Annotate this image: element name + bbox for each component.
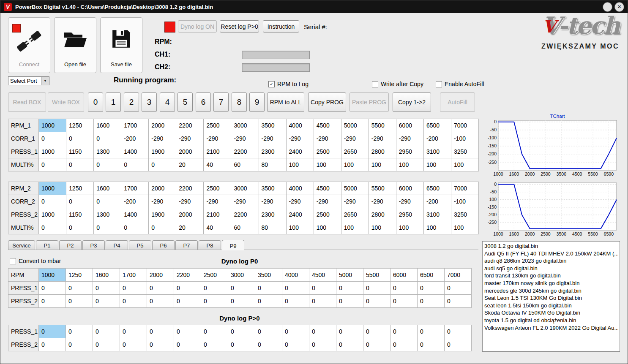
close-button[interactable]: ✕ — [614, 2, 624, 12]
table-cell[interactable]: 1000 — [39, 119, 66, 132]
file-item[interactable]: toyota 1.5 go digital od obciążenia.bin — [484, 317, 618, 324]
table-cell[interactable]: 0 — [39, 221, 66, 234]
tab-p5[interactable]: P5 — [129, 240, 151, 250]
tab-service[interactable]: Service — [8, 240, 35, 250]
select-port-dropdown[interactable]: Select Port ▼ — [8, 76, 49, 85]
tab-p6[interactable]: P6 — [152, 240, 175, 250]
table-cell[interactable]: -200 — [424, 195, 451, 208]
table-cell[interactable]: 2400 — [287, 208, 314, 221]
table-cell[interactable]: 2000 — [176, 208, 204, 221]
table-cell[interactable]: 0 — [228, 325, 255, 338]
table-cell[interactable]: 0 — [66, 221, 94, 234]
table-cell[interactable]: 2200 — [174, 269, 201, 282]
table-cell[interactable]: 3100 — [424, 208, 451, 221]
table-cell[interactable]: -290 — [314, 195, 341, 208]
table-cell[interactable]: 0 — [418, 295, 445, 308]
enable-autofill-checkbox[interactable]: Enable AutoFill — [436, 81, 484, 87]
table-cell[interactable]: 0 — [228, 295, 255, 308]
table-cell[interactable]: 0 — [390, 338, 418, 351]
tab-p2[interactable]: P2 — [59, 240, 82, 250]
file-item[interactable]: master 170km nowy silnik go digital.bin — [484, 280, 618, 287]
chevron-down-icon[interactable]: ▼ — [41, 77, 49, 85]
table-cell[interactable]: -200 — [121, 132, 149, 145]
file-item[interactable]: ford transit 130km go digital.bin — [484, 272, 618, 280]
table-cell[interactable]: 2500 — [314, 145, 341, 158]
tab-p7[interactable]: P7 — [175, 240, 198, 250]
table-cell[interactable]: 0 — [120, 338, 147, 351]
table-cell[interactable]: 0 — [93, 325, 120, 338]
table-cell[interactable]: 0 — [201, 282, 228, 295]
table-cell[interactable]: 40 — [204, 158, 231, 171]
table-cell[interactable]: 0 — [418, 282, 445, 295]
table-cell[interactable]: 0 — [120, 325, 147, 338]
table-cell[interactable]: 0 — [94, 195, 121, 208]
digit-button-7[interactable]: 7 — [213, 92, 229, 112]
tab-p8[interactable]: P8 — [199, 240, 221, 250]
table-cell[interactable]: 2300 — [259, 208, 287, 221]
table-cell[interactable]: 0 — [390, 295, 418, 308]
reset-log-button[interactable]: Reset log P>0 — [220, 20, 259, 33]
digit-button-2[interactable]: 2 — [124, 92, 139, 112]
table-cell[interactable]: 0 — [282, 338, 309, 351]
table-cell[interactable]: 3500 — [259, 119, 287, 132]
table-cell[interactable]: 2500 — [201, 269, 228, 282]
table-cell[interactable]: 100 — [341, 221, 369, 234]
table-cell[interactable]: 1600 — [94, 182, 121, 195]
table-cell[interactable]: 0 — [66, 295, 93, 308]
file-item[interactable]: Seat Leon 1.5 TSI 130KM Go Digital.bin — [484, 294, 618, 302]
table-cell[interactable]: 3500 — [255, 269, 282, 282]
table-cell[interactable]: 1150 — [66, 145, 94, 158]
table-cell[interactable]: 1900 — [149, 145, 176, 158]
table-cell[interactable]: 3000 — [231, 182, 259, 195]
table-cell[interactable]: -290 — [369, 195, 396, 208]
table-cell[interactable]: 0 — [66, 282, 93, 295]
table-cell[interactable]: 100 — [287, 158, 314, 171]
instruction-button[interactable]: Instruction — [263, 20, 299, 33]
table-cell[interactable]: 0 — [39, 295, 66, 308]
table-cell[interactable]: 2000 — [147, 269, 174, 282]
table-cell[interactable]: -290 — [341, 195, 369, 208]
table-cell[interactable]: -200 — [121, 195, 149, 208]
table-cell[interactable]: 0 — [94, 221, 121, 234]
table-cell[interactable]: 2200 — [176, 119, 204, 132]
table-cell[interactable]: -100 — [451, 195, 479, 208]
table-cell[interactable]: 0 — [201, 325, 228, 338]
file-item[interactable]: Volkswagen Arteon FL 2.0 190KM 2022 Go D… — [484, 324, 618, 332]
table-cell[interactable]: 0 — [93, 338, 120, 351]
file-item[interactable]: Skoda Octavia IV 150KM Go Digital.bin — [484, 309, 618, 317]
table-cell[interactable]: -290 — [204, 195, 231, 208]
table-cell[interactable]: 2500 — [204, 119, 231, 132]
table-cell[interactable]: 2000 — [176, 145, 204, 158]
table-cell[interactable]: 1600 — [94, 119, 121, 132]
checkbox-box[interactable]: ✓ — [268, 81, 275, 87]
table-cell[interactable]: 1700 — [121, 119, 149, 132]
file-item[interactable]: Audi Q5 II (FY FL) 40 TDI MHEV 2.0 150kW… — [484, 250, 618, 258]
rpm-to-all-button[interactable]: RPM to ALL — [267, 92, 304, 112]
table-cell[interactable]: 0 — [121, 158, 149, 171]
table-cell[interactable]: 100 — [424, 221, 451, 234]
tab-p4[interactable]: P4 — [106, 240, 128, 250]
table-cell[interactable]: 1900 — [149, 208, 176, 221]
table-cell[interactable]: 0 — [201, 338, 228, 351]
table-cell[interactable]: 5000 — [336, 269, 363, 282]
table-cell[interactable]: 6000 — [396, 119, 424, 132]
table-cell[interactable]: 0 — [94, 132, 121, 145]
tab-p1[interactable]: P1 — [36, 240, 58, 250]
table-cell[interactable]: 2500 — [204, 182, 231, 195]
connect-button[interactable]: Connect — [8, 17, 50, 73]
table-cell[interactable]: 0 — [149, 221, 176, 234]
table-cell[interactable]: 5500 — [363, 269, 390, 282]
table-cell[interactable]: -290 — [231, 195, 259, 208]
copy-1-to-2-button[interactable]: Copy 1->2 — [393, 92, 431, 112]
table-cell[interactable]: -200 — [424, 132, 451, 145]
table-cell[interactable]: 4500 — [309, 269, 336, 282]
table-cell[interactable]: -290 — [396, 132, 424, 145]
table-cell[interactable]: 0 — [363, 282, 390, 295]
table-cell[interactable]: 0 — [39, 325, 66, 338]
table-cell[interactable]: 2200 — [231, 145, 259, 158]
table-cell[interactable]: -290 — [341, 132, 369, 145]
table-cell[interactable]: 0 — [336, 325, 363, 338]
table-cell[interactable]: 0 — [147, 338, 174, 351]
table-cell[interactable]: 5500 — [369, 182, 396, 195]
table-cell[interactable]: 100 — [451, 221, 479, 234]
